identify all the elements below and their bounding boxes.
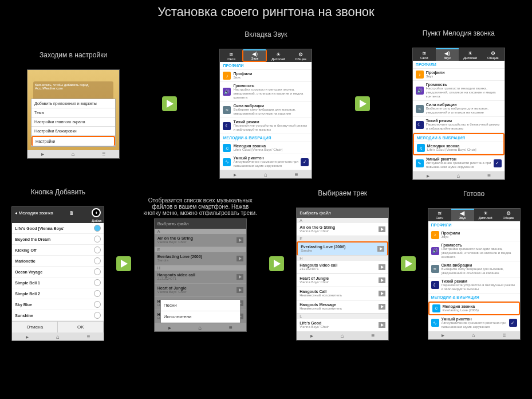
popup-songs[interactable]: Песни — [161, 300, 240, 311]
ctx-lock[interactable]: Настройки блокировки — [31, 127, 115, 136]
ctx-add[interactable]: Добавить приложения и виджеты — [31, 99, 115, 108]
page-title: Установка своего рингтона на звонок — [0, 0, 532, 24]
cancel-button[interactable]: Отмена — [12, 322, 58, 332]
tone-item[interactable]: Simple Bell 1 — [12, 277, 104, 288]
caption-3: Пункт Мелодия звонка — [423, 29, 495, 45]
ctx-theme[interactable]: Тема — [31, 108, 115, 118]
arrow-icon — [116, 256, 131, 271]
tab-sound[interactable]: ◀)Звук — [242, 49, 267, 62]
item-volume[interactable]: 🔊ГромкостьНастройка громкости мелодии зв… — [220, 82, 312, 102]
item-ringtone-hl[interactable]: ♫Мелодия звонкаLife's Good [Vienna Boys'… — [414, 142, 503, 154]
context-menu: Добавить приложения и виджеты Тема Настр… — [31, 99, 116, 147]
row-2: Кнопка Добавить ◂ Мелодия звонка🗑+ Добав… — [0, 183, 532, 344]
tab-net[interactable]: ≋Сети — [220, 49, 242, 62]
wifi-icon: ≋ — [229, 52, 234, 57]
ok-button[interactable]: OK — [58, 322, 104, 332]
tone-item[interactable]: Beyond the Dream — [12, 234, 104, 245]
arrow-icon — [162, 96, 177, 111]
caption-7: Готово — [463, 190, 484, 206]
selected-track[interactable]: Everlasting Love (2006)Sandra — [297, 241, 388, 256]
tone-item[interactable]: Marionette — [12, 256, 104, 267]
item-ringtone[interactable]: ♫Мелодия звонкаLife's Good [Vienna Boys'… — [220, 142, 312, 154]
tab-display[interactable]: ☀Дисплей — [267, 49, 289, 62]
screen-file-list: Выбрать файл A Air on the G StringVienna… — [154, 218, 247, 332]
brightness-icon: ☀ — [276, 52, 281, 57]
widget: Коснитесь, чтобы добавить городAccuWeath… — [33, 81, 113, 101]
popup-artists[interactable]: Исполнители — [161, 311, 240, 323]
tone-item[interactable]: Simple Bell 2 — [12, 288, 104, 299]
item-profiles[interactable]: ♪ПрофилиЗвук — [220, 70, 312, 82]
back-icon[interactable]: ▸ — [41, 151, 44, 157]
caption-1: Заходим в настройки — [40, 51, 107, 67]
item-smart[interactable]: ∿Умный рингтонАвтоувеличение громкости р… — [220, 154, 312, 170]
tone-item[interactable]: Life's Good [Vienna Boys' — [12, 223, 104, 234]
back-icon[interactable]: ◂ — [15, 210, 17, 216]
tone-item[interactable]: Sunshine — [12, 310, 104, 321]
home-icon[interactable]: ⌂ — [72, 151, 75, 157]
tone-item[interactable]: Kicking Off — [12, 245, 104, 256]
ctx-settings[interactable]: Настройки — [31, 136, 115, 146]
screen-select-track: Выбрать файл A Air on the G StringVienna… — [296, 208, 389, 341]
item-quiet[interactable]: ☾Тихий режимПереключите устройство в без… — [220, 118, 312, 134]
tone-item[interactable]: Sky Blue — [12, 299, 104, 310]
gear-icon: ⚙ — [298, 52, 303, 57]
ctx-home[interactable]: Настройки главного экрана — [31, 118, 115, 127]
tab-general[interactable]: ⚙Общие — [289, 49, 312, 62]
caption-6: Выбираем трек — [318, 189, 367, 205]
item-ringtone-done[interactable]: ♫Мелодия звонкаEverlasting Love (2006) — [428, 302, 520, 315]
caption-2: Вкладка Звук — [245, 30, 287, 46]
item-vibration[interactable]: ≈Сила вибрацииВыберите силу вибрации для… — [220, 102, 312, 118]
caption-5: Отобразится список всех музыкальных файл… — [143, 197, 258, 216]
tone-item[interactable]: Ocean Voyage — [12, 267, 104, 277]
menu-icon[interactable]: ≡ — [102, 151, 105, 157]
screen-ringtone-item: ≋Сети ◀)Звук ☀Дисплей ⚙Общие ПРОФИЛИ ♪Пр… — [412, 48, 505, 180]
row-1: Заходим в настройки Коснитесь, чтобы доб… — [0, 24, 532, 183]
caption-4: Кнопка Добавить — [31, 188, 85, 204]
add-button[interactable]: + — [92, 208, 101, 217]
arrow-icon — [355, 96, 370, 111]
sound-icon: ◀) — [252, 52, 258, 57]
arrow-icon — [401, 256, 416, 271]
screen-done: ≋Сети ◀)Звук ☀Дисплей ⚙Общие ПРОФИЛИ ♪Пр… — [428, 208, 521, 340]
screen-add-button: ◂ Мелодия звонка🗑+ Добав Life's Good [Vi… — [11, 206, 104, 341]
screen-home: Коснитесь, чтобы добавить городAccuWeath… — [27, 69, 120, 159]
filter-popup: Песни Исполнители — [160, 299, 241, 323]
trash-icon[interactable]: 🗑 — [69, 210, 74, 216]
screen-sound-tab: ≋Сети ◀)Звук ☀Дисплей ⚙Общие ПРОФИЛИ ♪Пр… — [219, 49, 312, 179]
arrow-icon — [269, 256, 284, 271]
